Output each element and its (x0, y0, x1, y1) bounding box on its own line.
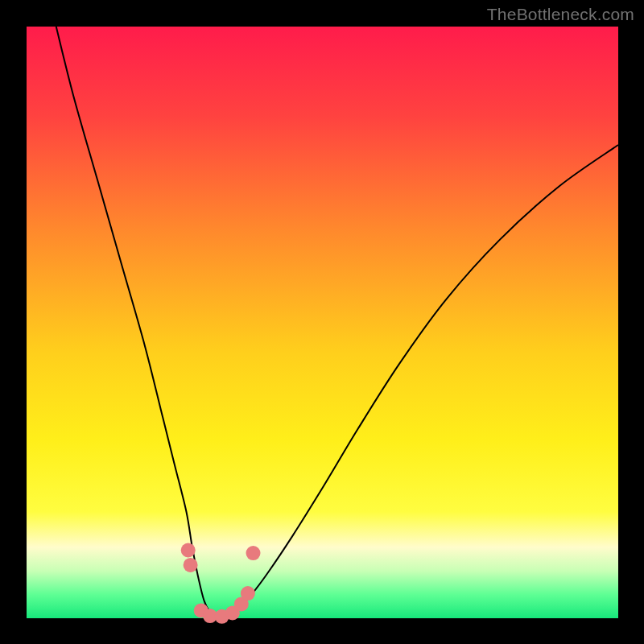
chart-container: TheBottleneck.com (0, 0, 644, 644)
marker-point (181, 543, 196, 558)
watermark-text: TheBottleneck.com (487, 5, 634, 24)
chart-svg (0, 0, 644, 644)
plot-area (27, 27, 618, 624)
plot-background (27, 27, 618, 618)
marker-point (246, 546, 261, 560)
marker-point (241, 586, 255, 601)
marker-point (184, 558, 198, 572)
